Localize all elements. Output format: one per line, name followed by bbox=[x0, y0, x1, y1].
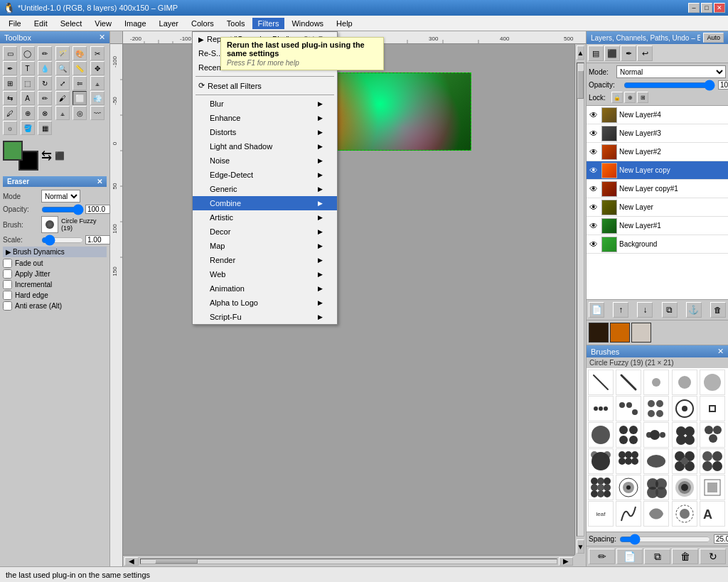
layer-item-new4[interactable]: 👁 New Layer#4 bbox=[587, 106, 728, 124]
scroll-down-btn[interactable]: ▼ bbox=[577, 539, 584, 554]
brush-item-9[interactable] bbox=[672, 396, 697, 421]
tool-measure[interactable]: 📏 bbox=[73, 61, 87, 75]
lock-pixels-btn[interactable]: 🔒 bbox=[611, 92, 623, 103]
maximize-button[interactable]: □ bbox=[701, 3, 712, 13]
undo-icon-tab[interactable]: ↩ bbox=[637, 45, 653, 61]
hard-edge-check[interactable] bbox=[3, 291, 12, 300]
tool-text2[interactable]: A bbox=[21, 91, 35, 105]
layers-opacity-slider[interactable] bbox=[623, 81, 715, 90]
brush-item-20[interactable] bbox=[700, 448, 725, 474]
brush-item-23[interactable] bbox=[643, 475, 669, 500]
lower-layer-button[interactable]: ↓ bbox=[637, 302, 653, 318]
brush-item-24[interactable] bbox=[672, 475, 697, 500]
tool-shear[interactable]: ⥢ bbox=[73, 76, 87, 90]
anti-erase-check[interactable] bbox=[3, 301, 12, 311]
brush-item-16[interactable] bbox=[588, 448, 614, 474]
tool-color-picker[interactable]: 💧 bbox=[38, 61, 52, 75]
layer-item-new[interactable]: 👁 New Layer bbox=[587, 198, 728, 217]
toolbox-close-icon[interactable]: ✕ bbox=[99, 33, 105, 42]
tool-free-select[interactable]: ✏ bbox=[38, 46, 52, 60]
menu-windows[interactable]: Windows bbox=[286, 18, 329, 29]
duplicate-brush-button[interactable]: ⧉ bbox=[644, 549, 670, 564]
auto-button[interactable]: Auto bbox=[703, 33, 724, 43]
brush-item-28[interactable] bbox=[643, 501, 669, 527]
layer-item-new3[interactable]: 👁 New Layer#3 bbox=[587, 124, 728, 143]
brush-item-12[interactable] bbox=[616, 422, 641, 448]
tool-clone[interactable]: ⊕ bbox=[21, 106, 35, 120]
menu-filters[interactable]: Filters bbox=[252, 18, 285, 29]
brush-item-2[interactable] bbox=[616, 370, 641, 395]
tool-ellipse-select[interactable]: ◯ bbox=[21, 46, 35, 60]
brush-item-6[interactable] bbox=[588, 396, 614, 421]
tool-select-by-color[interactable]: 🎨 bbox=[73, 46, 87, 60]
layer-eye-copy1[interactable]: 👁 bbox=[588, 183, 599, 195]
tool-eraser[interactable]: ⬜ bbox=[73, 91, 87, 105]
canvas-viewport[interactable] bbox=[123, 44, 574, 555]
canvas-area[interactable]: -200 -100 0 100 200 300 400 500 bbox=[110, 31, 586, 566]
light-swatch[interactable] bbox=[631, 323, 651, 343]
menu-colors[interactable]: Colors bbox=[186, 18, 220, 29]
opacity-value[interactable] bbox=[85, 205, 110, 214]
anchor-layer-button[interactable]: ⚓ bbox=[686, 302, 702, 318]
delete-brush-button[interactable]: 🗑 bbox=[672, 549, 698, 564]
brush-item-21[interactable] bbox=[588, 475, 614, 500]
h-scrollbar-thumb[interactable] bbox=[155, 559, 198, 564]
filter-light-shadow-item[interactable]: Light and Shadow ▶ bbox=[193, 139, 337, 153]
menu-layer[interactable]: Layer bbox=[154, 18, 185, 29]
reset-colors-icon[interactable]: ⬛ bbox=[55, 151, 65, 161]
brush-preview[interactable] bbox=[41, 216, 58, 233]
lock-all-btn[interactable]: ⊞ bbox=[637, 92, 648, 103]
filter-script-fu-item[interactable]: Script-Fu ▶ bbox=[193, 310, 337, 324]
menu-tools[interactable]: Tools bbox=[221, 18, 251, 29]
brush-item-10[interactable] bbox=[700, 396, 725, 421]
tool-text[interactable]: T bbox=[21, 61, 35, 75]
spacing-slider[interactable] bbox=[619, 535, 711, 544]
scale-slider[interactable] bbox=[41, 236, 84, 244]
v-scrollbar-track[interactable] bbox=[577, 63, 584, 537]
brush-item-11[interactable] bbox=[588, 422, 614, 448]
layer-eye-new[interactable]: 👁 bbox=[588, 202, 599, 213]
layers-icon-tab[interactable]: ▤ bbox=[588, 45, 604, 61]
brush-dynamics-header[interactable]: ▶ Brush Dynamics bbox=[3, 247, 107, 257]
tool-rotate[interactable]: ↻ bbox=[38, 76, 52, 90]
brush-item-15[interactable] bbox=[700, 422, 725, 448]
brush-item-29[interactable] bbox=[672, 501, 697, 527]
lock-position-btn[interactable]: ⊕ bbox=[624, 92, 636, 103]
layers-list[interactable]: 👁 New Layer#4 👁 New Layer#3 👁 New Layer#… bbox=[587, 106, 728, 299]
filter-noise-item[interactable]: Noise ▶ bbox=[193, 153, 337, 168]
channels-icon-tab[interactable]: ⬛ bbox=[604, 45, 620, 61]
tool-rect-select[interactable]: ▭ bbox=[3, 46, 17, 60]
menu-help[interactable]: Help bbox=[331, 18, 358, 29]
layers-mode-select[interactable]: Normal bbox=[616, 65, 726, 78]
tool-smudge[interactable]: 〰 bbox=[90, 106, 105, 120]
brush-item-19[interactable] bbox=[672, 448, 697, 474]
tool-blur-sharpen[interactable]: ◎ bbox=[73, 106, 87, 120]
tool-dodge-burn[interactable]: ☼ bbox=[3, 121, 17, 135]
new-brush-button[interactable]: 📄 bbox=[616, 549, 643, 564]
filter-generic-item[interactable]: Generic ▶ bbox=[193, 182, 337, 196]
reset-all-filters-item[interactable]: ⟳ Reset all Filters bbox=[193, 78, 337, 93]
brush-item-5[interactable] bbox=[700, 370, 725, 395]
layer-eye-bg[interactable]: 👁 bbox=[588, 239, 599, 250]
brush-item-13[interactable] bbox=[643, 422, 669, 448]
dark-swatch[interactable] bbox=[589, 323, 609, 343]
scroll-up-btn[interactable]: ▲ bbox=[577, 45, 584, 60]
filter-map-item[interactable]: Map ▶ bbox=[193, 239, 337, 253]
filter-web-item[interactable]: Web ▶ bbox=[193, 267, 337, 281]
mode-select[interactable]: Normal bbox=[41, 190, 80, 203]
scroll-right-btn[interactable]: ▶ bbox=[559, 557, 573, 566]
brushes-grid[interactable]: leaf bbox=[587, 368, 728, 532]
scale-value[interactable] bbox=[85, 235, 110, 244]
layer-item-copy1[interactable]: 👁 New Layer copy#1 bbox=[587, 180, 728, 198]
layer-item-new1[interactable]: 👁 New Layer#1 bbox=[587, 217, 728, 235]
v-scrollbar-thumb[interactable] bbox=[577, 70, 584, 99]
tool-perspective[interactable]: ⟁ bbox=[90, 76, 105, 90]
tool-heal[interactable]: ⊗ bbox=[38, 106, 52, 120]
scroll-left-btn[interactable]: ◀ bbox=[124, 557, 139, 566]
tool-scissors[interactable]: ✂ bbox=[90, 46, 105, 60]
tool-paths[interactable]: ✒ bbox=[3, 61, 17, 75]
new-layer-button[interactable]: 📄 bbox=[589, 302, 604, 318]
tool-blend[interactable]: ▦ bbox=[38, 121, 52, 135]
layer-eye-new3[interactable]: 👁 bbox=[588, 128, 599, 139]
menu-view[interactable]: View bbox=[89, 18, 117, 29]
